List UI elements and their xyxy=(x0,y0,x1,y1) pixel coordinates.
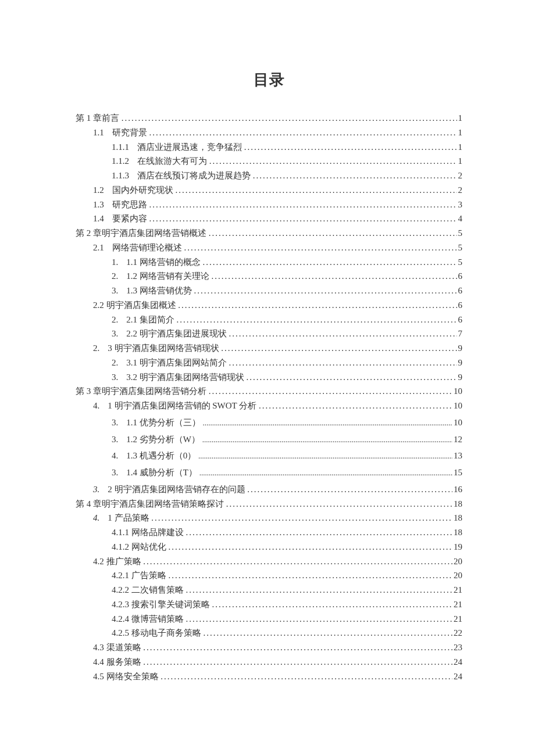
toc-entry-label: 3.2 明宇酒店集团网络营销现状 xyxy=(126,370,244,385)
toc-entry-prefix: 2. xyxy=(93,341,99,356)
toc-entry: 4.2.1 广告策略 20 xyxy=(76,568,462,583)
toc-entry-prefix: 1.1.1 xyxy=(112,140,129,155)
toc-entry-page: 5 xyxy=(457,241,463,255)
doc-title: 目录 xyxy=(76,70,462,90)
toc-entry-label: 2.2 明宇酒店集团进展现状 xyxy=(126,327,227,341)
toc-entry-prefix: 1.1 xyxy=(93,126,104,140)
toc-entry-prefix: 3. xyxy=(112,415,118,430)
toc-entry: 第 4 章明宇酒店集团网络营销策略探讨 18 xyxy=(76,497,462,511)
toc-entry-page: 10 xyxy=(452,384,462,399)
toc-leader-dots xyxy=(229,327,457,341)
toc-entry-prefix: 3. xyxy=(112,327,118,341)
toc-leader-dots xyxy=(186,612,453,626)
toc-entry-page: 6 xyxy=(457,269,463,284)
toc-leader-dots xyxy=(184,241,457,255)
toc-entry-page: 15 xyxy=(452,465,462,480)
toc-entry: 4.3 渠道策略 23 xyxy=(76,640,462,655)
toc-entry-label: 国内外研究现状 xyxy=(112,183,173,198)
toc-entry-page: 9 xyxy=(457,356,463,370)
toc-leader-dots xyxy=(178,298,456,313)
toc-entry-page: 12 xyxy=(452,432,462,447)
toc-entry-page: 1 xyxy=(457,126,463,140)
toc-leader-dots xyxy=(212,597,453,612)
toc-entry-prefix: 1. xyxy=(112,255,118,270)
toc-entry: 2.1网络营销理论概述 5 xyxy=(76,241,462,255)
toc-leader-dots xyxy=(221,341,456,356)
toc-entry-page: 20 xyxy=(452,568,462,583)
toc-entry: 1.1.3酒店在线预订将成为进展趋势 2 xyxy=(76,169,462,183)
toc-entry-label: 第 3 章明宇酒店集团网络营销分析 xyxy=(76,384,206,399)
toc-entry-prefix: 3. xyxy=(93,482,99,497)
toc-leader-dots xyxy=(209,154,457,169)
toc-entry-page: 1 xyxy=(457,140,463,155)
toc-entry-page: 10 xyxy=(452,399,462,413)
toc-leader-dots xyxy=(169,568,453,583)
toc-entry-label: 在线旅游大有可为 xyxy=(137,154,207,169)
toc-entry-label: 网络营销理论概述 xyxy=(112,241,182,255)
toc-entry: 4.2.3 搜索引擎关键词策略 21 xyxy=(76,597,462,612)
toc-entry-page: 6 xyxy=(457,313,463,327)
toc-entry-page: 7 xyxy=(457,327,463,341)
toc-entry-label: 酒店业进展迅速，竞争猛烈 xyxy=(137,140,242,155)
toc-leader-dots xyxy=(203,255,457,270)
toc-entry: 2.1.2 网络营销有关理论 6 xyxy=(76,269,462,284)
toc-entry-label: 4.5 网络安全策略 xyxy=(93,669,159,684)
toc-entry-label: 研究背景 xyxy=(112,126,147,140)
toc-entry-page: 6 xyxy=(457,298,463,313)
toc-leader-dots xyxy=(176,183,457,198)
toc-leader-dots xyxy=(247,482,452,497)
toc-entry-label: 1.2 劣势分析（W） xyxy=(126,432,200,447)
toc-entry-label: 1.3 网络营销优势 xyxy=(126,284,192,298)
toc-entry-prefix: 4. xyxy=(93,399,99,413)
toc-leader-dots xyxy=(194,284,457,298)
toc-entry: 1.1.2在线旅游大有可为 1 xyxy=(76,154,462,169)
toc-entry-page: 4 xyxy=(457,212,463,226)
toc-leader-dots xyxy=(143,655,452,669)
toc-entry-label: 第 2 章明宇酒店集团网络营销概述 xyxy=(76,226,206,241)
toc-entry: 第 2 章明宇酒店集团网络营销概述 5 xyxy=(76,226,462,241)
toc-entry-page: 24 xyxy=(452,669,462,684)
toc-leader-dots xyxy=(203,417,453,429)
toc-entry-page: 5 xyxy=(457,255,463,270)
toc-entry: 4.1 明宇酒店集团网络营销的 SWOT 分析 10 xyxy=(76,399,462,413)
toc-entry-prefix: 3. xyxy=(112,432,118,447)
toc-entry-label: 3.1 明宇酒店集团网站简介 xyxy=(126,356,227,370)
toc-entry-label: 研究思路 xyxy=(112,198,147,212)
toc-entry-label: 4.3 渠道策略 xyxy=(93,640,141,655)
toc-entry-label: 4.2.4 微博营销策略 xyxy=(112,612,184,626)
toc-entry-page: 21 xyxy=(452,612,462,626)
toc-entry: 4.2 推广策略 20 xyxy=(76,554,462,569)
toc-leader-dots xyxy=(209,384,452,399)
toc-entry: 1.1.1 网络营销的概念 5 xyxy=(76,255,462,270)
toc-entry-page: 16 xyxy=(452,482,462,497)
toc-entry: 4.1.1 网络品牌建设 18 xyxy=(76,525,462,540)
toc-leader-dots xyxy=(212,269,457,284)
toc-entry-label: 4.2.1 广告策略 xyxy=(112,568,166,583)
toc-entry-prefix: 3. xyxy=(112,370,118,385)
toc-entry-label: 4.2.3 搜索引擎关键词策略 xyxy=(112,597,210,612)
toc-entry-page: 2 xyxy=(457,169,463,183)
toc-leader-dots xyxy=(202,433,452,446)
toc-entry-page: 21 xyxy=(452,583,462,597)
toc-entry-label: 1.1 网络营销的概念 xyxy=(126,255,201,270)
toc-entry: 1.1研究背景 1 xyxy=(76,126,462,140)
toc-entry: 2.3.1 明宇酒店集团网站简介 9 xyxy=(76,356,462,370)
toc-leader-dots xyxy=(149,198,457,212)
toc-leader-dots xyxy=(253,169,457,183)
toc-entry-label: 1.2 网络营销有关理论 xyxy=(126,269,209,284)
toc-entry-label: 1.4 威胁分析（T） xyxy=(126,465,197,480)
toc-entry-page: 20 xyxy=(452,554,462,569)
toc-entry: 3.1.1 优势分析（三） 10 xyxy=(76,415,462,430)
toc-entry-prefix: 3. xyxy=(112,284,118,298)
toc-entry-prefix: 4. xyxy=(112,449,118,463)
toc-entry-page: 18 xyxy=(452,525,462,540)
toc-leader-dots xyxy=(169,540,453,554)
toc-entry: 3.1.2 劣势分析（W） 12 xyxy=(76,432,462,447)
toc-entry-page: 3 xyxy=(457,198,463,212)
toc-leader-dots xyxy=(259,399,452,413)
toc-entry-label: 1.3 机遇分析（0） xyxy=(126,449,196,463)
toc-entry-page: 6 xyxy=(457,284,463,298)
toc-entry: 3.1.3 网络营销优势 6 xyxy=(76,284,462,298)
toc-entry: 第 1 章前言 1 xyxy=(76,111,462,126)
toc-leader-dots xyxy=(149,212,457,226)
